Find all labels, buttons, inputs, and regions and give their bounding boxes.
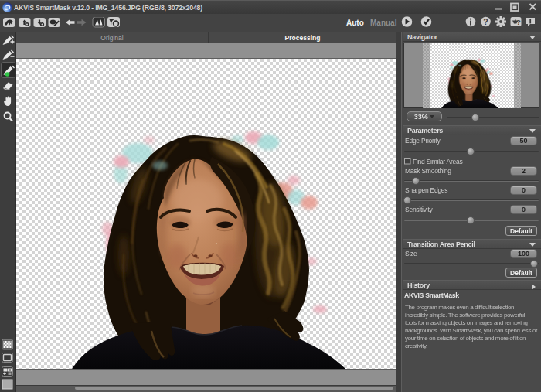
svg-text:?: ?	[483, 17, 488, 26]
svg-text:?: ?	[516, 19, 521, 26]
